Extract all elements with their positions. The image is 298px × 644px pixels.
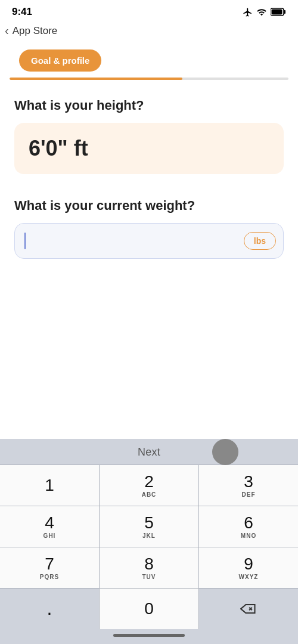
wifi-icon <box>256 7 267 17</box>
key-8-num: 8 <box>144 555 154 574</box>
height-value: 6'0" ft <box>29 136 88 160</box>
key-7-num: 7 <box>45 555 54 574</box>
weight-input-field[interactable]: lbs <box>14 223 284 259</box>
key-delete[interactable] <box>199 589 298 629</box>
swipe-handle <box>212 439 238 465</box>
key-9-letters: WXYZ <box>239 574 259 580</box>
key-3-num: 3 <box>244 473 253 491</box>
progress-area: Goal & profile <box>0 42 298 80</box>
key-2[interactable]: 2 ABC <box>100 465 198 506</box>
key-8[interactable]: 8 TUV <box>100 547 198 588</box>
text-cursor <box>24 233 26 249</box>
key-5-letters: JKL <box>142 532 156 539</box>
key-dot-num: . <box>47 598 52 619</box>
main-content: What is your height? 6'0" ft What is you… <box>0 80 298 259</box>
key-2-letters: ABC <box>142 491 157 498</box>
key-4[interactable]: 4 GHI <box>0 506 99 547</box>
keyboard-grid: 1 2 ABC 3 DEF 4 GHI 5 JKL 6 MNO 7 PQRS 8 <box>0 465 298 629</box>
status-time: 9:41 <box>12 6 32 18</box>
key-9[interactable]: 9 WXYZ <box>199 547 298 588</box>
key-0-num: 0 <box>144 600 154 618</box>
height-section: What is your height? 6'0" ft <box>14 98 284 174</box>
back-button[interactable]: ‹ App Store <box>5 24 57 38</box>
key-3[interactable]: 3 DEF <box>199 465 298 506</box>
key-1[interactable]: 1 <box>0 465 99 506</box>
key-9-num: 9 <box>244 555 253 574</box>
key-6-num: 6 <box>244 514 253 532</box>
weight-section: What is your current weight? lbs <box>14 198 284 259</box>
status-icons <box>243 7 286 17</box>
svg-rect-1 <box>284 10 286 14</box>
delete-icon <box>240 600 257 617</box>
key-7[interactable]: 7 PQRS <box>0 547 99 588</box>
height-display-box: 6'0" ft <box>14 123 284 174</box>
key-7-letters: PQRS <box>40 574 59 580</box>
key-8-letters: TUV <box>142 574 156 580</box>
key-2-num: 2 <box>144 473 154 491</box>
key-3-letters: DEF <box>242 491 256 498</box>
key-6-letters: MNO <box>241 532 256 539</box>
unit-toggle-button[interactable]: lbs <box>244 232 276 250</box>
height-question: What is your height? <box>14 98 284 113</box>
back-chevron-icon: ‹ <box>5 24 9 38</box>
status-bar: 9:41 <box>0 0 298 21</box>
home-bar <box>113 634 185 637</box>
key-4-letters: GHI <box>44 532 56 539</box>
back-label: App Store <box>13 25 58 37</box>
key-5[interactable]: 5 JKL <box>100 506 198 547</box>
keyboard-area: Next 1 2 ABC 3 DEF 4 GHI 5 JKL 6 MNO <box>0 439 298 644</box>
goal-profile-button[interactable]: Goal & profile <box>19 49 101 72</box>
key-dot[interactable]: . <box>0 589 99 629</box>
home-indicator <box>0 629 298 644</box>
key-4-num: 4 <box>45 514 54 532</box>
next-bar: Next <box>0 439 298 465</box>
weight-question: What is your current weight? <box>14 198 284 213</box>
key-5-num: 5 <box>144 514 154 532</box>
next-button[interactable]: Next <box>138 446 160 459</box>
key-0[interactable]: 0 <box>100 589 198 629</box>
battery-icon <box>271 8 286 16</box>
key-6[interactable]: 6 MNO <box>199 506 298 547</box>
key-1-num: 1 <box>45 476 54 495</box>
airplane-icon <box>243 7 253 17</box>
nav-bar: ‹ App Store <box>0 21 298 42</box>
svg-rect-2 <box>272 10 283 15</box>
